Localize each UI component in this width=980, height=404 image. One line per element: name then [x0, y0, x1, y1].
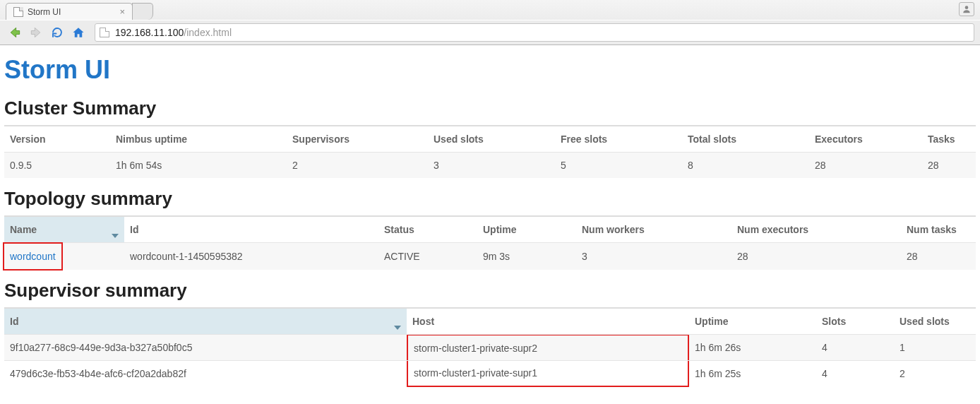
cell-used-slots: 3: [428, 153, 555, 179]
cell-uptime: 1h 6m 26s: [689, 335, 816, 361]
col-used-slots[interactable]: Used slots: [894, 308, 976, 335]
cell-name: wordcount: [4, 243, 124, 271]
back-button[interactable]: [6, 24, 24, 41]
table-row: wordcount wordcount-1-1450595382 ACTIVE …: [4, 243, 976, 271]
url-path: /index.html: [184, 27, 232, 38]
home-button[interactable]: [69, 24, 88, 41]
cluster-summary-table: Version Nimbus uptime Supervisors Used s…: [4, 125, 976, 178]
topology-link[interactable]: wordcount: [10, 251, 56, 262]
forward-button[interactable]: [27, 24, 45, 41]
col-nimbus-uptime[interactable]: Nimbus uptime: [110, 126, 287, 153]
table-row: 9f10a277-68c9-449e-9d3a-b327a50bf0c5 sto…: [4, 335, 976, 361]
col-name[interactable]: Name: [4, 216, 124, 243]
browser-chrome: Storm UI × 192.168.11.100/index.html: [0, 0, 980, 45]
cell-status: ACTIVE: [378, 243, 477, 271]
table-row: 479d6c3e-fb53-4b4e-afc6-cf20a2dab82f sto…: [4, 361, 976, 387]
page-icon: [13, 7, 23, 17]
tab-close-icon[interactable]: ×: [119, 6, 125, 17]
page-body: Storm UI Cluster Summary Version Nimbus …: [0, 45, 980, 399]
cell-version: 0.9.5: [4, 153, 110, 179]
col-id[interactable]: Id: [4, 308, 407, 335]
col-tasks[interactable]: Num tasks: [901, 216, 976, 243]
cluster-summary-heading: Cluster Summary: [4, 97, 976, 119]
cell-uptime: 1h 6m 25s: [689, 361, 816, 387]
cell-host: storm-cluster1-private-supr2: [407, 335, 689, 361]
cell-total-slots: 8: [682, 153, 809, 179]
cell-tasks: 28: [922, 153, 976, 179]
col-version[interactable]: Version: [4, 126, 110, 153]
col-executors[interactable]: Num executors: [731, 216, 901, 243]
col-uptime[interactable]: Uptime: [689, 308, 816, 335]
col-free-slots[interactable]: Free slots: [555, 126, 682, 153]
cell-workers: 3: [576, 243, 731, 271]
topology-summary-heading: Topology summary: [4, 188, 976, 210]
sort-desc-icon: [394, 326, 401, 330]
col-status[interactable]: Status: [378, 216, 477, 243]
reload-button[interactable]: [48, 24, 66, 41]
topology-summary-table: Name Id Status Uptime Num workers Num ex…: [4, 215, 976, 270]
svg-point-0: [965, 6, 969, 9]
cell-used: 1: [894, 335, 976, 361]
table-row: 0.9.5 1h 6m 54s 2 3 5 8 28 28: [4, 153, 976, 179]
col-id[interactable]: Id: [124, 216, 378, 243]
cell-free-slots: 5: [555, 153, 682, 179]
supervisor-summary-heading: Supervisor summary: [4, 280, 976, 302]
tab-title: Storm UI: [28, 7, 61, 17]
cell-host: storm-cluster1-private-supr1: [407, 361, 689, 387]
col-tasks[interactable]: Tasks: [922, 126, 976, 153]
sort-desc-icon: [112, 234, 119, 238]
page-icon: [100, 28, 109, 37]
cell-slots: 4: [816, 335, 894, 361]
col-slots[interactable]: Slots: [816, 308, 894, 335]
col-workers[interactable]: Num workers: [576, 216, 731, 243]
cell-id: 479d6c3e-fb53-4b4e-afc6-cf20a2dab82f: [4, 361, 407, 387]
tab-strip: Storm UI ×: [0, 0, 980, 20]
supervisor-summary-table: Id Host Uptime Slots Used slots 9f10a277…: [4, 307, 976, 386]
cell-tasks: 28: [901, 243, 976, 271]
new-tab-button[interactable]: [132, 3, 153, 20]
cell-nimbus-uptime: 1h 6m 54s: [110, 153, 287, 179]
page-title: Storm UI: [4, 55, 976, 85]
col-used-slots[interactable]: Used slots: [428, 126, 555, 153]
nav-toolbar: 192.168.11.100/index.html: [0, 20, 980, 44]
url-host: 192.168.11.100: [115, 27, 184, 38]
col-total-slots[interactable]: Total slots: [682, 126, 809, 153]
col-supervisors[interactable]: Supervisors: [287, 126, 428, 153]
cell-executors: 28: [809, 153, 922, 179]
cell-used: 2: [894, 361, 976, 387]
browser-tab[interactable]: Storm UI ×: [6, 3, 133, 20]
cell-supervisors: 2: [287, 153, 428, 179]
cell-executors: 28: [731, 243, 901, 271]
url-bar[interactable]: 192.168.11.100/index.html: [95, 23, 974, 42]
cell-uptime: 9m 3s: [477, 243, 576, 271]
col-executors[interactable]: Executors: [809, 126, 922, 153]
cell-slots: 4: [816, 361, 894, 387]
user-menu-icon[interactable]: [959, 2, 974, 16]
cell-id: wordcount-1-1450595382: [124, 243, 378, 271]
cell-id: 9f10a277-68c9-449e-9d3a-b327a50bf0c5: [4, 335, 407, 361]
col-uptime[interactable]: Uptime: [477, 216, 576, 243]
col-host[interactable]: Host: [407, 308, 689, 335]
